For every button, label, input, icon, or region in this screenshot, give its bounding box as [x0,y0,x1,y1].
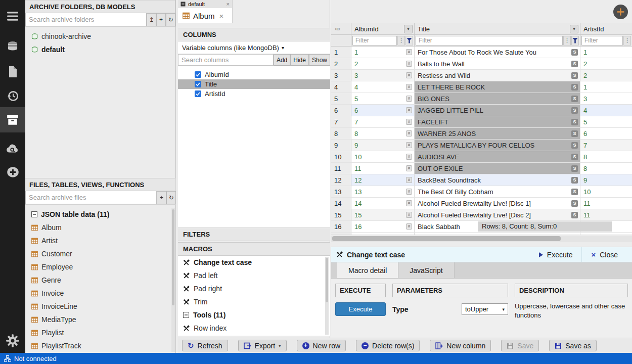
cell-albumid[interactable]: 3# [351,70,415,81]
row-number[interactable]: 2 [331,58,351,69]
menu-dots-icon[interactable]: ⋮ [563,36,571,46]
cell-title[interactable]: FACELIFTS [415,116,580,127]
chevron-down-icon[interactable]: ▾ [404,25,413,33]
macro-item-tools-(11)[interactable]: Tools (11) [178,308,330,322]
cell-albumid[interactable]: 14# [351,198,415,209]
refresh-folders-button[interactable]: ↻ [166,13,175,26]
row-number[interactable]: 9 [331,140,351,151]
cell-artistid[interactable]: 2 [580,70,632,81]
row-number[interactable]: 16 [331,221,351,232]
delete-row-s--button[interactable]: −Delete row(s) [356,340,420,351]
macro-item-trim[interactable]: Trim [178,295,330,308]
checkbox-checked-icon[interactable] [195,81,201,87]
column-header-albumid[interactable]: AlbumId ▾ [351,23,415,34]
cell-title[interactable]: Balls to the WallS [415,58,580,69]
hide-column-button[interactable]: Hide [290,54,309,66]
file-item-Employee[interactable]: Employee [25,260,176,274]
tab-album[interactable]: Album × [178,8,233,23]
cell-title[interactable]: The Best Of Billy CobhamS [415,186,580,197]
new-column-button[interactable]: New column [430,340,491,351]
cell-title[interactable]: AUDIOSLAVES [415,151,580,162]
add-column-button[interactable]: Add [274,54,290,66]
file-item-InvoiceLine[interactable]: InvoiceLine [25,300,176,313]
macro-tab-macro-detail[interactable]: Macro detail [337,262,398,278]
file-item-Album[interactable]: Album [25,221,176,234]
macro-item-pad-right[interactable]: Pad right [178,282,330,295]
columns-section-header[interactable]: COLUMNS [178,28,330,41]
checkbox-checked-icon[interactable] [195,71,201,78]
tab-default[interactable]: default × [178,0,233,8]
filter-funnel-icon[interactable] [571,36,579,46]
cell-title[interactable]: For Those About To Rock We Salute YouS [415,47,580,58]
export-button[interactable]: Export▾ [238,340,287,351]
files-search-input[interactable] [25,191,157,204]
cell-albumid[interactable]: 12# [351,174,415,186]
execute-button[interactable]: Execute [335,302,386,316]
collapse-columns-button[interactable]: «« [331,23,351,34]
file-item-Playlist[interactable]: Playlist [25,326,176,339]
cell-albumid[interactable]: 1# [351,47,415,58]
checkbox-checked-icon[interactable] [195,90,201,97]
cell-albumid[interactable]: 16# [351,221,415,232]
file-item-Invoice[interactable]: Invoice [25,287,176,300]
cell-albumid[interactable]: 5# [351,93,415,104]
cell-artistid[interactable]: 8 [580,163,632,174]
files-scrollbar[interactable] [171,208,175,352]
new-object-button[interactable] [613,5,628,19]
rail-item-files[interactable] [0,61,25,83]
cell-artistid[interactable]: 4 [580,105,632,116]
cell-artistid[interactable]: 8 [580,151,632,162]
add-file-button[interactable]: + [157,191,166,204]
row-number[interactable]: 11 [331,163,351,174]
cell-artistid[interactable]: 5 [580,116,632,127]
rail-item-archive[interactable] [0,107,25,132]
archive-item-chinook-archive[interactable]: chinook-archive [25,30,175,43]
row-number[interactable]: 12 [331,174,351,186]
macro-item-row-index[interactable]: Row index [178,322,330,335]
filter-input-title[interactable] [416,36,563,46]
macros-scrollbar[interactable] [325,257,329,335]
cell-artistid[interactable]: 10 [580,186,632,197]
cell-title[interactable]: BackBeat SoundtrackS [415,174,580,186]
cell-title[interactable]: LET THERE BE ROCKS [415,81,580,93]
archive-item-default[interactable]: default [25,43,175,56]
close-macro-button[interactable]: × Close [581,247,627,262]
rail-item-cloud-search[interactable] [0,138,25,160]
file-item-Artist[interactable]: Artist [25,234,176,247]
row-number[interactable]: 14 [331,198,351,209]
macro-item-change-text-case[interactable]: Change text case [178,256,330,269]
column-header-artistid[interactable]: ArtistId [580,23,632,34]
refresh-files-button[interactable]: ↻ [166,191,176,204]
row-number[interactable]: 8 [331,128,351,139]
row-number[interactable]: 4 [331,81,351,93]
cell-albumid[interactable]: 4# [351,81,415,93]
cell-artistid[interactable]: 2 [580,58,632,69]
cell-artistid[interactable]: 6 [580,128,632,139]
filter-funnel-icon[interactable] [405,36,413,46]
cell-albumid[interactable]: 10# [351,151,415,162]
cell-artistid[interactable]: 9 [580,174,632,186]
macro-item-pad-left[interactable]: Pad left [178,269,330,282]
rail-item-history[interactable] [0,85,25,107]
filters-section-header[interactable]: FILTERS [178,228,330,241]
file-item-Genre[interactable]: Genre [25,274,176,287]
cell-title[interactable]: OUT OF EXILES [415,163,580,174]
cell-artistid[interactable]: 7 [580,140,632,151]
rail-item-databases[interactable] [0,35,25,58]
file-item-MediaType[interactable]: MediaType [25,313,176,326]
cell-title[interactable]: Alcohol Fueled Brewtality Live! [Disc 2]… [415,209,580,220]
cell-artistid[interactable]: 11 [580,198,632,209]
cell-albumid[interactable]: 11# [351,163,415,174]
cell-artistid[interactable]: 3 [580,93,632,104]
menu-dots-icon[interactable]: ⋮ [623,36,631,46]
cell-albumid[interactable]: 9# [351,140,415,151]
rail-item-settings[interactable] [0,330,25,352]
row-number[interactable]: 7 [331,116,351,127]
cell-title[interactable]: JAGGED LITTLE PILLS [415,105,580,116]
cell-title[interactable]: WARNER 25 ANOSS [415,128,580,139]
grid-horizontal-scrollbar[interactable] [331,236,632,242]
show-column-button[interactable]: Show [309,54,330,66]
save-as-button[interactable]: Save as [549,340,597,351]
execute-macro-button[interactable]: Execute [530,247,582,262]
close-icon[interactable]: × [227,1,230,7]
